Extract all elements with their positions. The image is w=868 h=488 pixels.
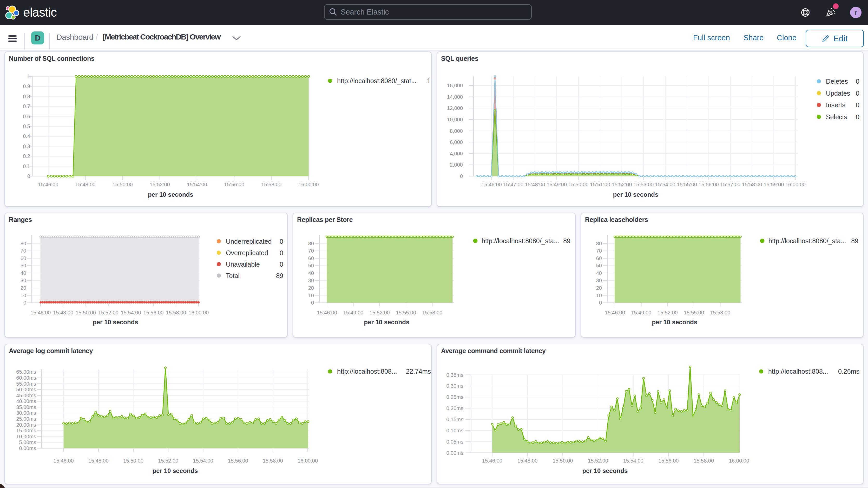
svg-text:0: 0: [856, 90, 860, 97]
svg-text:15:57:00: 15:57:00: [720, 182, 740, 187]
svg-text:15:56:00: 15:56:00: [228, 458, 248, 464]
svg-text:14,000: 14,000: [447, 94, 463, 100]
svg-text:15:58:00: 15:58:00: [742, 182, 762, 187]
svg-text:Updates: Updates: [826, 90, 850, 97]
svg-text:0: 0: [280, 238, 283, 245]
svg-text:16:00:00: 16:00:00: [729, 458, 749, 464]
svg-text:http://localhost:8080/_stat...: http://localhost:8080/_stat...: [337, 77, 416, 85]
svg-text:40: 40: [21, 270, 26, 276]
svg-text:30: 30: [308, 277, 314, 283]
svg-text:15:54:00: 15:54:00: [623, 458, 644, 464]
svg-text:0.20ms: 0.20ms: [446, 405, 463, 411]
svg-text:http://localhost:8080/_sta...: http://localhost:8080/_sta...: [769, 237, 846, 245]
svg-text:0.00ms: 0.00ms: [446, 450, 463, 456]
svg-text:89: 89: [851, 237, 858, 245]
svg-text:0.00ms: 0.00ms: [19, 446, 36, 451]
svg-text:Overreplicated: Overreplicated: [226, 249, 268, 256]
svg-text:50: 50: [308, 263, 314, 268]
svg-text:15:48:00: 15:48:00: [53, 310, 73, 315]
svg-text:15:48:00: 15:48:00: [518, 458, 538, 464]
svg-text:per 10 seconds: per 10 seconds: [148, 191, 193, 198]
svg-text:60: 60: [596, 255, 602, 261]
svg-text:8,000: 8,000: [450, 128, 463, 134]
svg-text:16:00:00: 16:00:00: [298, 182, 319, 187]
svg-text:60.00ms: 60.00ms: [16, 375, 36, 381]
svg-text:0.9: 0.9: [23, 84, 30, 89]
svg-text:0.25ms: 0.25ms: [446, 394, 463, 400]
svg-text:15:55:00: 15:55:00: [396, 310, 416, 315]
svg-text:15:48:00: 15:48:00: [525, 182, 545, 187]
svg-text:0.35ms: 0.35ms: [446, 372, 463, 378]
svg-text:15:53:00: 15:53:00: [633, 182, 654, 187]
svg-text:15:58:00: 15:58:00: [422, 310, 442, 315]
svg-text:10: 10: [308, 293, 314, 298]
svg-text:per 10 seconds: per 10 seconds: [613, 191, 658, 198]
svg-text:0: 0: [856, 101, 860, 109]
svg-text:15:58:00: 15:58:00: [261, 182, 281, 187]
svg-text:2,000: 2,000: [450, 162, 463, 167]
svg-text:0: 0: [280, 249, 283, 256]
svg-text:70: 70: [596, 248, 602, 254]
svg-text:55.00ms: 55.00ms: [16, 381, 36, 387]
svg-text:22.74ms: 22.74ms: [406, 368, 431, 375]
svg-text:15:50:00: 15:50:00: [123, 458, 144, 464]
svg-text:0.4: 0.4: [23, 133, 30, 139]
svg-text:15:52:00: 15:52:00: [657, 310, 678, 315]
svg-text:15:52:00: 15:52:00: [150, 182, 170, 187]
svg-text:0.15ms: 0.15ms: [446, 417, 463, 422]
svg-text:Underreplicated: Underreplicated: [226, 238, 272, 245]
svg-text:30: 30: [596, 277, 602, 283]
svg-text:80: 80: [308, 241, 314, 246]
svg-text:0: 0: [856, 78, 860, 85]
svg-text:15:50:00: 15:50:00: [113, 182, 133, 187]
svg-text:0.26ms: 0.26ms: [838, 368, 860, 375]
svg-text:20: 20: [308, 285, 314, 291]
svg-text:per 10 seconds: per 10 seconds: [93, 318, 138, 326]
svg-text:15:50:00: 15:50:00: [553, 458, 573, 464]
svg-text:15:55:00: 15:55:00: [684, 310, 704, 315]
svg-text:50: 50: [596, 263, 602, 268]
svg-text:15:52:00: 15:52:00: [369, 310, 390, 315]
svg-text:25.00ms: 25.00ms: [16, 416, 36, 422]
svg-text:65.00ms: 65.00ms: [16, 369, 36, 375]
svg-text:Number of SQL connections: Number of SQL connections: [9, 55, 95, 62]
svg-text:12,000: 12,000: [447, 105, 463, 111]
svg-text:10: 10: [596, 293, 602, 298]
svg-text:40: 40: [308, 270, 314, 276]
svg-text:0.30ms: 0.30ms: [446, 383, 463, 389]
svg-text:50: 50: [21, 263, 26, 268]
svg-text:0: 0: [23, 300, 26, 306]
svg-text:Average log commit latency: Average log commit latency: [9, 347, 93, 355]
svg-text:15:46:00: 15:46:00: [482, 458, 502, 464]
svg-text:15:46:00: 15:46:00: [30, 310, 51, 315]
svg-text:15:46:00: 15:46:00: [605, 310, 625, 315]
svg-text:10.00ms: 10.00ms: [16, 434, 36, 439]
svg-text:16:00:00: 16:00:00: [188, 310, 209, 315]
svg-text:0: 0: [280, 261, 283, 268]
svg-text:15:54:00: 15:54:00: [187, 182, 207, 187]
svg-text:15:56:00: 15:56:00: [699, 182, 719, 187]
svg-text:http://localhost:8080/_sta...: http://localhost:8080/_sta...: [482, 237, 559, 245]
svg-text:15:52:00: 15:52:00: [98, 310, 119, 315]
svg-text:per 10 seconds: per 10 seconds: [153, 467, 198, 474]
svg-text:per 10 seconds: per 10 seconds: [582, 467, 628, 474]
svg-text:80: 80: [21, 241, 26, 246]
svg-text:Replica leaseholders: Replica leaseholders: [585, 216, 648, 223]
svg-text:20.00ms: 20.00ms: [16, 422, 36, 428]
svg-text:15:54:00: 15:54:00: [121, 310, 141, 315]
svg-text:15:49:00: 15:49:00: [547, 182, 567, 187]
svg-text:70: 70: [308, 248, 314, 254]
svg-text:0.7: 0.7: [23, 103, 30, 109]
svg-text:15:56:00: 15:56:00: [144, 310, 164, 315]
svg-text:0.8: 0.8: [23, 94, 30, 99]
svg-text:15:58:00: 15:58:00: [166, 310, 186, 315]
svg-text:15:59:00: 15:59:00: [764, 182, 784, 187]
svg-text:15:54:00: 15:54:00: [655, 182, 675, 187]
svg-text:15:51:00: 15:51:00: [590, 182, 610, 187]
svg-text:Average command commit latency: Average command commit latency: [441, 347, 546, 355]
svg-text:0.05ms: 0.05ms: [446, 439, 463, 445]
svg-text:5.00ms: 5.00ms: [19, 439, 36, 445]
svg-text:20: 20: [21, 285, 26, 291]
svg-text:0: 0: [27, 173, 30, 179]
svg-text:89: 89: [276, 272, 283, 279]
